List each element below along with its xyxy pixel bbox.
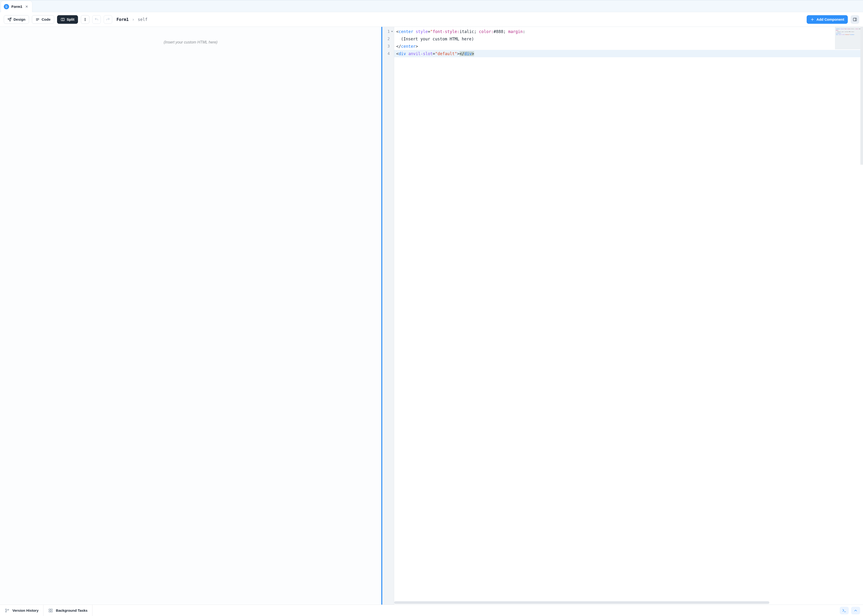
- tab-form1[interactable]: Form1 ✕: [1, 1, 32, 12]
- terminal-icon: [842, 608, 846, 613]
- background-tasks-label: Background Tasks: [56, 608, 88, 613]
- editor-vertical-scrollbar[interactable]: [860, 27, 863, 165]
- undo-button[interactable]: [92, 15, 101, 24]
- line-number: 2: [382, 35, 394, 42]
- code-line[interactable]: <div anvil-slot="default"></div>: [394, 50, 863, 57]
- tasks-icon: [48, 608, 53, 613]
- redo-button[interactable]: [104, 15, 112, 24]
- main-split: (Insert your custom HTML here) 1 2 3 4 <…: [0, 27, 863, 605]
- toolbar: Design Code Split Form1 › self Add Compo…: [0, 12, 863, 27]
- split-label: Split: [67, 17, 75, 21]
- git-branch-icon: [5, 608, 9, 613]
- more-button[interactable]: [81, 15, 90, 24]
- editor-horizontal-scrollbar[interactable]: [394, 601, 769, 604]
- version-history-button[interactable]: Version History: [0, 605, 44, 616]
- bottom-bar: Version History Background Tasks: [0, 605, 863, 616]
- add-component-button[interactable]: Add Component: [806, 15, 848, 24]
- code-editor[interactable]: <center style="font-style:italic; color:…: [394, 27, 863, 605]
- editor-minimap[interactable]: <center style="font-style:italic; color:…: [835, 27, 863, 49]
- tab-strip: Form1 ✕: [0, 0, 863, 12]
- design-label: Design: [14, 17, 25, 21]
- preview-placeholder: (Insert your custom HTML here): [164, 40, 217, 605]
- line-number: 4: [382, 50, 394, 57]
- code-line[interactable]: <center style="font-style:italic; color:…: [394, 28, 863, 35]
- svg-rect-16: [51, 609, 53, 610]
- version-history-label: Version History: [13, 608, 39, 613]
- svg-rect-15: [49, 609, 50, 610]
- form-icon: [4, 4, 9, 9]
- split-button[interactable]: Split: [57, 15, 78, 24]
- svg-rect-18: [51, 611, 53, 612]
- close-icon[interactable]: ✕: [25, 4, 29, 9]
- layout-toggle-button[interactable]: [850, 15, 859, 24]
- add-component-label: Add Component: [816, 17, 844, 21]
- code-line[interactable]: (Insert your custom HTML here): [394, 35, 863, 42]
- line-number[interactable]: 1: [382, 28, 394, 35]
- svg-point-5: [85, 18, 85, 19]
- code-editor-pane: 1 2 3 4 <center style="font-style:italic…: [381, 27, 863, 605]
- breadcrumb-root[interactable]: Form1: [116, 17, 129, 22]
- svg-rect-17: [49, 611, 50, 612]
- code-line[interactable]: </center>: [394, 42, 863, 50]
- line-number-gutter: 1 2 3 4: [382, 27, 394, 605]
- console-button[interactable]: [840, 607, 849, 614]
- svg-rect-10: [853, 18, 857, 21]
- tab-title: Form1: [11, 5, 22, 9]
- chevron-right-icon: ›: [132, 17, 134, 22]
- svg-point-6: [85, 19, 85, 20]
- code-label: Code: [42, 17, 50, 21]
- line-number: 3: [382, 42, 394, 50]
- breadcrumb-leaf[interactable]: self: [138, 17, 148, 22]
- code-button[interactable]: Code: [32, 15, 54, 24]
- design-preview-pane[interactable]: (Insert your custom HTML here): [0, 27, 381, 605]
- chevron-up-icon: [854, 608, 858, 613]
- background-tasks-button[interactable]: Background Tasks: [44, 605, 93, 616]
- breadcrumb: Form1 › self: [116, 17, 148, 22]
- collapse-panel-button[interactable]: [851, 607, 860, 614]
- svg-point-7: [85, 20, 85, 21]
- design-button[interactable]: Design: [4, 15, 29, 24]
